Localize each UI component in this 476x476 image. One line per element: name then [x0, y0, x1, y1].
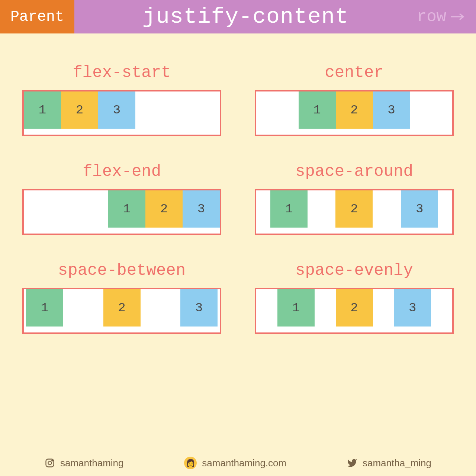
flex-item-3: 3 [394, 289, 431, 327]
examples-grid: flex-start123center123flex-end123space-a… [0, 33, 476, 349]
example-center: center123 [255, 63, 454, 136]
flex-item-2: 2 [145, 190, 183, 228]
header: Parent justify-content row [0, 0, 476, 33]
flex-container: 123 [22, 288, 221, 334]
flex-item-1: 1 [277, 289, 315, 327]
flex-item-2: 2 [103, 289, 141, 327]
example-space-around: space-around123 [255, 162, 454, 235]
flex-item-3: 3 [183, 190, 220, 228]
example-flex-end: flex-end123 [22, 162, 221, 235]
flex-item-1: 1 [26, 289, 63, 327]
direction-label: row [417, 7, 476, 26]
instagram-handle: samanthaming [60, 457, 124, 469]
example-label: space-evenly [255, 261, 454, 280]
flex-item-3: 3 [401, 190, 438, 228]
example-label: flex-start [22, 63, 221, 82]
example-space-between: space-between123 [22, 261, 221, 334]
parent-tag: Parent [0, 0, 74, 33]
flex-item-1: 1 [270, 190, 308, 228]
website-link[interactable]: 👩 samanthaming.com [184, 457, 286, 469]
flex-item-3: 3 [373, 91, 410, 129]
instagram-icon [45, 458, 55, 468]
page-title: justify-content [74, 4, 417, 29]
avatar-icon: 👩 [184, 457, 197, 469]
example-flex-start: flex-start123 [22, 63, 221, 136]
flex-container: 123 [22, 90, 221, 136]
example-label: flex-end [22, 162, 221, 181]
footer: samanthaming 👩 samanthaming.com samantha… [0, 450, 476, 476]
flex-item-2: 2 [336, 289, 373, 327]
flex-item-2: 2 [61, 91, 98, 129]
svg-point-2 [48, 461, 51, 464]
twitter-link[interactable]: samantha_ming [347, 457, 431, 469]
flex-item-2: 2 [336, 91, 373, 129]
flex-container: 123 [255, 288, 454, 334]
svg-point-3 [52, 460, 52, 461]
flex-item-2: 2 [335, 190, 373, 228]
twitter-handle: samantha_ming [363, 457, 431, 469]
example-label: center [255, 63, 454, 82]
website-text: samanthaming.com [202, 457, 286, 469]
flex-item-1: 1 [24, 91, 61, 129]
direction-text: row [417, 7, 446, 26]
flex-item-3: 3 [98, 91, 135, 129]
arrow-right-icon [450, 12, 465, 21]
example-label: space-around [255, 162, 454, 181]
flex-item-1: 1 [108, 190, 145, 228]
flex-container: 123 [255, 189, 454, 235]
twitter-icon [347, 458, 357, 468]
flex-item-3: 3 [180, 289, 218, 327]
flex-container: 123 [22, 189, 221, 235]
instagram-link[interactable]: samanthaming [45, 457, 124, 469]
example-space-evenly: space-evenly123 [255, 261, 454, 334]
flex-container: 123 [255, 90, 454, 136]
flex-item-1: 1 [299, 91, 336, 129]
example-label: space-between [22, 261, 221, 280]
